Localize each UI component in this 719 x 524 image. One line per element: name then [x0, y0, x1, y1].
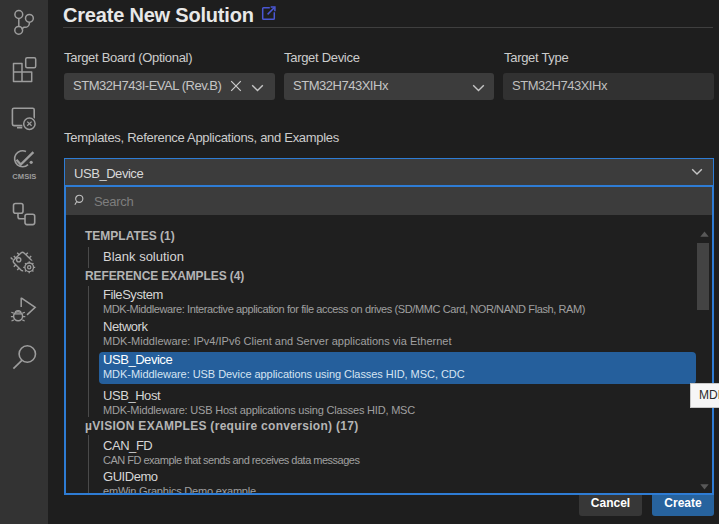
svg-text:CMSIS: CMSIS — [12, 172, 36, 181]
